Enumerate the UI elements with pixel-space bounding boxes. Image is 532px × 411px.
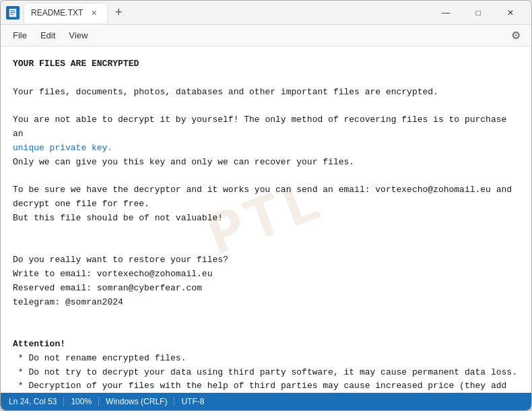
menu-bar: File Edit View ⚙: [1, 25, 531, 46]
menu-file[interactable]: File: [6, 28, 34, 43]
notepad-icon: [8, 8, 18, 18]
para3: To be sure we have the decryptor and it …: [13, 185, 512, 223]
title-bar-left: README.TXT ✕ +: [6, 3, 430, 23]
line-ending: Windows (CRLF): [99, 397, 174, 406]
menu-edit[interactable]: Edit: [34, 28, 62, 43]
minimize-button[interactable]: —: [430, 3, 461, 23]
cursor-position: Ln 24, Col 53: [9, 397, 64, 406]
bullet2: * Do not try to decrypt your data using …: [13, 367, 517, 377]
status-bar: Ln 24, Col 53 100% Windows (CRLF) UTF-8: [1, 393, 531, 410]
tab-readme[interactable]: README.TXT ✕: [24, 3, 108, 23]
tab-close-button[interactable]: ✕: [88, 7, 99, 18]
app-icon: [6, 6, 20, 20]
svg-rect-3: [11, 13, 13, 14]
main-window: README.TXT ✕ + — □ ✕ File Edit View ⚙ PT…: [0, 0, 532, 411]
zoom-level: 100%: [64, 397, 99, 406]
text-content: YOUR FILES ARE ENCRYPTED Your files, doc…: [13, 57, 519, 393]
tab-label: README.TXT: [31, 8, 83, 18]
close-button[interactable]: ✕: [495, 3, 526, 23]
bullet3: * Decryption of your files with the help…: [13, 381, 506, 393]
main-heading: YOUR FILES ARE ENCRYPTED: [13, 59, 139, 69]
attention-heading: Attention!: [13, 339, 65, 349]
window-controls: — □ ✕: [430, 3, 526, 23]
menu-view[interactable]: View: [62, 28, 94, 43]
title-bar: README.TXT ✕ + — □ ✕: [1, 1, 531, 25]
encoding: UTF-8: [174, 397, 211, 406]
new-tab-button[interactable]: +: [109, 3, 128, 22]
para2: You are not able to decrypt it by yourse…: [13, 115, 512, 166]
text-editor[interactable]: PTL YOUR FILES ARE ENCRYPTED Your files,…: [1, 46, 531, 393]
tab-bar: README.TXT ✕ +: [24, 3, 128, 23]
bullet1: * Do not rename encrypted files.: [13, 353, 186, 363]
maximize-button[interactable]: □: [463, 3, 494, 23]
paragraph1: Your files, documents, photos, databases…: [13, 87, 438, 97]
svg-rect-1: [11, 10, 15, 11]
para4: Do you really want to restore your files…: [13, 255, 228, 307]
settings-button[interactable]: ⚙: [506, 26, 526, 44]
svg-rect-2: [11, 12, 15, 13]
